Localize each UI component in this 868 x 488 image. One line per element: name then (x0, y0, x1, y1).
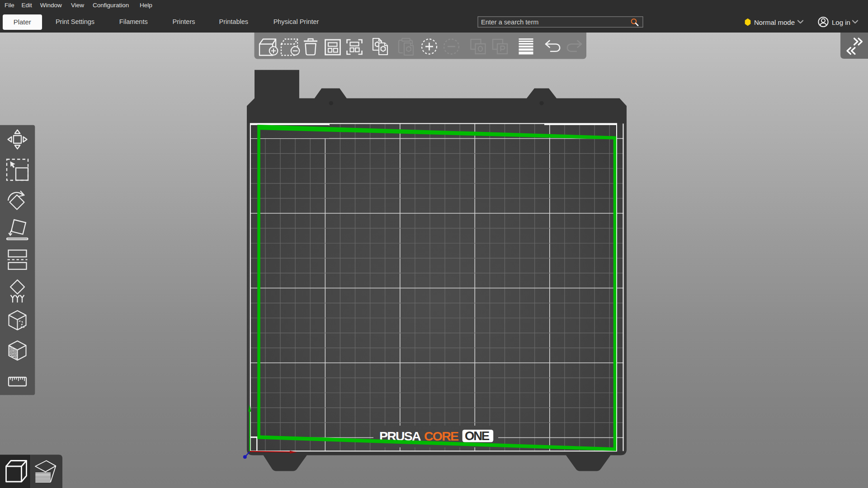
svg-text:ONE: ONE (465, 429, 490, 443)
svg-text:CORE: CORE (424, 429, 458, 443)
svg-text:Enter a search term: Enter a search term (481, 19, 538, 26)
